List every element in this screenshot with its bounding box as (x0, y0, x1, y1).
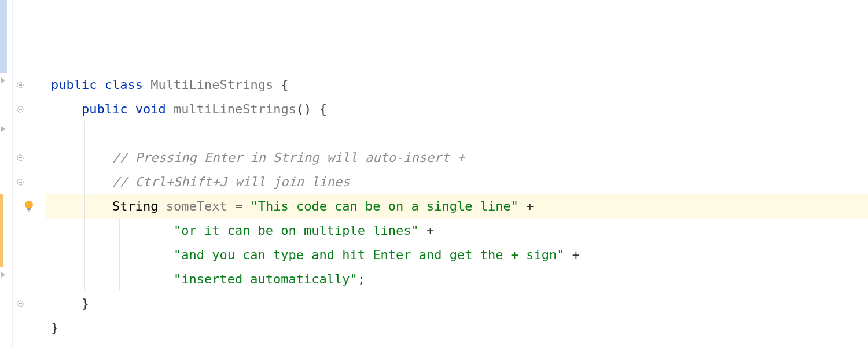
code-line[interactable] (46, 121, 868, 146)
comment: // Ctrl+Shift+J will join lines (112, 175, 350, 189)
string-literal: "This code can be on a single line" (250, 199, 518, 213)
indent-guide (84, 194, 85, 219)
indent-guide (119, 267, 120, 291)
code-line[interactable]: "and you can type and hit Enter and get … (46, 243, 868, 267)
code-line[interactable] (46, 0, 868, 24)
indent-guide (84, 219, 85, 243)
code-line[interactable]: } (46, 291, 868, 316)
string-literal: "or it can be on multiple lines" (174, 223, 419, 238)
region-arrow-icon[interactable] (1, 272, 5, 278)
brace: } (82, 296, 89, 311)
code-line[interactable]: // Ctrl+Shift+J will join lines (46, 170, 868, 194)
fold-collapse-icon[interactable] (17, 154, 24, 161)
gutter-vcs (0, 0, 13, 347)
brace: } (51, 320, 58, 335)
indent-guide (84, 267, 85, 291)
code-line[interactable] (46, 49, 868, 73)
indent-guide (84, 170, 85, 194)
region-arrow-icon[interactable] (1, 77, 5, 83)
code-line[interactable]: "or it can be on multiple lines" + (46, 219, 868, 243)
variable: someText (166, 199, 227, 213)
code-line[interactable]: public void multiLineStrings() { (46, 97, 868, 121)
indent-guide (119, 219, 120, 243)
comment: // Pressing Enter in String will auto-in… (112, 150, 465, 165)
code-line[interactable]: // Pressing Enter in String will auto-in… (46, 146, 868, 170)
region-arrow-icon[interactable] (1, 126, 5, 132)
indent-guide (84, 121, 85, 146)
code-line-current[interactable]: String someText = "This code can be on a… (46, 194, 868, 219)
lightbulb-icon[interactable] (23, 200, 35, 213)
code-line[interactable]: "inserted automatically"; (46, 267, 868, 291)
string-literal: "inserted automatically" (174, 272, 358, 286)
fold-collapse-icon[interactable] (17, 300, 24, 307)
fold-collapse-icon[interactable] (17, 106, 24, 113)
fold-collapse-icon[interactable] (17, 82, 24, 88)
operator: + (572, 248, 580, 262)
svg-rect-9 (27, 208, 31, 210)
method-name: multiLineStrings (174, 102, 296, 116)
svg-rect-10 (28, 211, 31, 212)
gutter-fold (13, 0, 46, 347)
keyword: class (105, 77, 143, 92)
code-line[interactable] (46, 24, 868, 49)
code-line[interactable]: public class MultiLineStrings { (46, 73, 868, 97)
operator: + (426, 223, 434, 238)
class-name: MultiLineStrings (150, 77, 273, 92)
code-text-area[interactable]: public class MultiLineStrings { public v… (46, 0, 868, 347)
code-line[interactable]: } (46, 316, 868, 340)
indent-guide (119, 243, 120, 267)
indent-guide (84, 243, 85, 267)
code-editor[interactable]: public class MultiLineStrings { public v… (0, 0, 868, 347)
semicolon: ; (358, 272, 365, 286)
brace: { (281, 77, 288, 92)
brace: { (319, 102, 327, 116)
type: String (112, 199, 158, 213)
operator: + (526, 199, 534, 213)
string-literal: "and you can type and hit Enter and get … (174, 248, 565, 262)
svg-point-8 (25, 201, 33, 209)
keyword: public (82, 102, 127, 116)
fold-collapse-icon[interactable] (17, 179, 24, 186)
keyword: public (51, 77, 97, 92)
operator: = (235, 199, 242, 213)
keyword: void (135, 102, 166, 116)
indent-guide (84, 146, 85, 170)
parens: () (296, 102, 312, 116)
